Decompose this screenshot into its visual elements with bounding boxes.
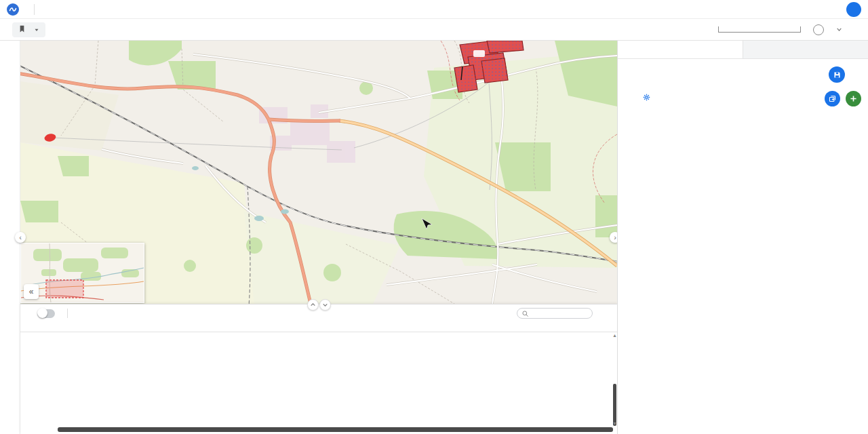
minimap-extent-box[interactable] [46, 280, 83, 298]
nav-divider [34, 4, 35, 15]
minimap-collapse-button[interactable]: « [24, 284, 39, 299]
zoom-level-badge [813, 24, 824, 35]
overview-minimap[interactable]: « [20, 243, 144, 303]
chevron-down-icon [836, 26, 842, 33]
collapse-left-panel-handle[interactable]: ‹ [15, 232, 26, 243]
projection-selector[interactable] [833, 26, 842, 33]
search-icon [521, 310, 529, 317]
user-avatar[interactable] [846, 2, 861, 17]
toolbar-divider [67, 309, 68, 318]
tab-legenda[interactable] [618, 41, 743, 58]
map-toolbar [0, 19, 868, 41]
table-mode-toggle[interactable] [37, 309, 55, 318]
map-canvas[interactable]: « [20, 41, 617, 304]
spatial-bookmarks-dropdown[interactable] [12, 22, 45, 37]
add-layer-button[interactable] [846, 91, 861, 106]
usemaps-logo-icon [7, 3, 19, 16]
collapse-table-panel-button[interactable] [319, 299, 331, 311]
scale-bar [718, 26, 801, 33]
edit-pencil-icon[interactable] [72, 307, 85, 320]
horizontal-scrollbar[interactable] [58, 427, 613, 432]
vertical-scrollbar[interactable] [613, 384, 616, 426]
legend-panel [617, 41, 868, 434]
tab-info[interactable] [743, 41, 868, 58]
table-menu-dots[interactable] [597, 307, 610, 320]
add-layer-group-button[interactable] [825, 91, 840, 106]
expand-table-panel-button[interactable] [307, 299, 319, 311]
bookmark-icon [18, 24, 26, 36]
chevron-down-icon [33, 24, 40, 36]
layers-settings-gear-icon[interactable] [642, 92, 651, 104]
table-search-input[interactable] [532, 309, 586, 318]
scroll-down-arrow[interactable]: ▼ [612, 421, 617, 426]
table-body [20, 332, 617, 431]
table-search-box[interactable] [517, 308, 593, 319]
table-toolbar [20, 304, 617, 322]
table-header-row [20, 322, 617, 332]
save-map-button[interactable] [829, 66, 845, 83]
attribute-table-panel: ▲ ▼ [20, 304, 617, 434]
map-menu-dots[interactable] [846, 68, 860, 81]
scroll-up-arrow[interactable]: ▲ [612, 333, 617, 338]
top-bar [0, 0, 868, 19]
